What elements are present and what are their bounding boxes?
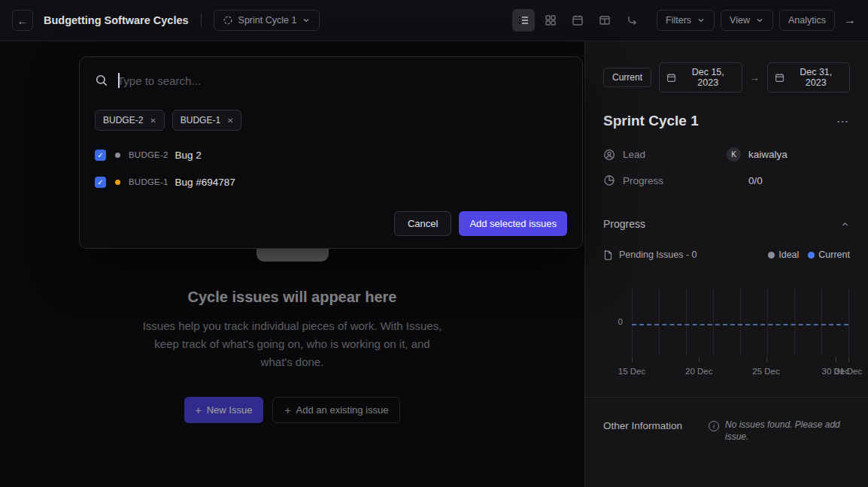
view-mode-gantt[interactable] (621, 9, 643, 32)
end-date-value: Dec 31, 2023 (790, 67, 842, 88)
progress-section-header[interactable]: Progress (603, 218, 850, 230)
cycle-selector-label: Sprint Cycle 1 (238, 15, 297, 26)
gantt-view-icon (626, 14, 638, 26)
progress-value: 0/0 (727, 175, 763, 186)
back-icon: ← (17, 14, 29, 27)
back-button[interactable]: ← (12, 10, 33, 31)
lead-avatar: K (727, 147, 741, 162)
x-axis-tick-label: 20 Dec (685, 367, 712, 376)
issue-title: Bug #694787 (175, 177, 235, 188)
document-icon (603, 250, 613, 260)
legend-ideal-dot (768, 252, 775, 259)
user-icon (603, 149, 615, 161)
progress-property-row: Progress 0/0 (603, 174, 850, 186)
date-range-arrow-icon: → (750, 72, 760, 83)
chip-label: BUDGE-1 (181, 115, 220, 126)
issue-title: Bug 2 (175, 150, 202, 161)
issue-row-budge-2[interactable]: ✓ BUDGE-2 Bug 2 (95, 141, 567, 168)
chevron-down-icon (755, 16, 764, 25)
legend-ideal-label: Ideal (778, 250, 799, 260)
analytics-label: Analytics (788, 15, 826, 26)
end-date-button[interactable]: Dec 31, 2023 (767, 62, 850, 92)
x-axis-tick-label: 31 Dec (835, 367, 862, 376)
view-button[interactable]: View (721, 10, 773, 31)
add-selected-issues-button[interactable]: Add selected issues (459, 211, 567, 236)
cycle-icon (223, 15, 233, 26)
chevron-up-icon (840, 219, 850, 229)
issue-id: BUDGE-1 (129, 177, 168, 186)
pie-chart-icon (603, 174, 615, 186)
app-root: ← Budgetting Software Cycles Sprint Cycl… (0, 0, 868, 487)
y-axis-tick-label: 0 (603, 317, 623, 326)
lead-value[interactable]: K kaiwalya (727, 147, 788, 162)
cycle-title: Sprint Cycle 1 (603, 113, 699, 129)
search-icon (95, 74, 108, 87)
calendar-icon (775, 73, 785, 83)
cycle-details-sidebar: Current Dec 15, 2023 → Dec 31, 2023 Spri… (584, 41, 868, 487)
issue-row-budge-1[interactable]: ✓ BUDGE-1 Bug #694787 (95, 168, 567, 195)
arrow-right-icon: → (844, 14, 856, 26)
close-icon[interactable]: ✕ (150, 116, 156, 125)
analytics-button[interactable]: Analytics (779, 10, 835, 31)
view-mode-spreadsheet[interactable] (593, 9, 616, 32)
text-caret (118, 73, 120, 88)
filters-label: Filters (666, 15, 691, 26)
checkbox-checked[interactable]: ✓ (95, 150, 106, 161)
page-title: Budgetting Software Cycles (44, 14, 189, 26)
filters-button[interactable]: Filters (657, 10, 715, 31)
add-issues-modal: BUDGE-2 ✕ BUDGE-1 ✕ ✓ BUDGE-2 Bug 2 ✓ BU… (79, 56, 583, 249)
view-mode-calendar[interactable] (566, 9, 589, 32)
progress-label: Progress (623, 175, 663, 186)
issue-state-dot (115, 180, 120, 185)
spreadsheet-view-icon (599, 14, 611, 26)
burndown-line (632, 324, 848, 325)
view-mode-list[interactable] (512, 9, 535, 32)
view-mode-kanban[interactable] (539, 9, 562, 32)
checkbox-checked[interactable]: ✓ (95, 177, 106, 188)
sidebar-divider (585, 397, 868, 398)
lead-property-row: Lead K kaiwalya (603, 147, 850, 162)
x-axis-tick-label: 15 Dec (618, 367, 645, 376)
cancel-button[interactable]: Cancel (394, 211, 451, 236)
lead-name: kaiwalya (748, 149, 788, 160)
calendar-icon (666, 73, 676, 83)
cycle-menu-button[interactable]: ⋯ (836, 114, 850, 129)
selected-issue-chips: BUDGE-2 ✕ BUDGE-1 ✕ (95, 110, 567, 131)
pending-issues-label: Pending Issues - 0 (619, 250, 697, 260)
cycle-status-badge[interactable]: Current (603, 68, 651, 87)
chip-budge-1[interactable]: BUDGE-1 ✕ (172, 110, 242, 131)
chip-label: BUDGE-2 (103, 115, 143, 126)
no-issues-message: No issues found. Please add issue. (725, 419, 850, 443)
chart-legend: Ideal Current (768, 250, 850, 260)
burndown-chart: 0 15 Dec (603, 286, 850, 391)
chart-plot-area: 15 Dec 20 Dec 25 Dec 30 Dec 31 Dec (632, 287, 848, 356)
issue-state-dot (115, 153, 120, 158)
progress-section-title: Progress (603, 218, 645, 230)
chevron-down-icon (697, 16, 706, 25)
legend-ideal: Ideal (768, 250, 799, 260)
lead-label: Lead (623, 149, 645, 160)
ellipsis-icon: ⋯ (836, 115, 850, 128)
close-icon[interactable]: ✕ (227, 116, 233, 125)
chevron-down-icon (302, 16, 311, 25)
cycle-selector-dropdown[interactable]: Sprint Cycle 1 (214, 10, 320, 31)
header-divider (201, 14, 202, 27)
other-information-title: Other Information (603, 419, 709, 443)
start-date-value: Dec 15, 2023 (681, 67, 734, 88)
calendar-view-icon (572, 14, 584, 26)
legend-current-dot (808, 252, 815, 259)
top-header: ← Budgetting Software Cycles Sprint Cycl… (0, 0, 868, 41)
search-input[interactable] (117, 74, 567, 87)
pending-issues-label-row: Pending Issues - 0 (603, 250, 697, 260)
start-date-button[interactable]: Dec 15, 2023 (659, 62, 742, 92)
panel-toggle-button[interactable]: → (844, 14, 856, 27)
list-view-icon (517, 14, 530, 26)
legend-current: Current (808, 250, 850, 260)
view-label: View (730, 15, 750, 26)
view-mode-switcher (512, 9, 643, 32)
issue-search-results: ✓ BUDGE-2 Bug 2 ✓ BUDGE-1 Bug #694787 (95, 141, 567, 195)
kanban-view-icon (545, 14, 557, 26)
chip-budge-2[interactable]: BUDGE-2 ✕ (95, 110, 165, 131)
x-axis-tick-label: 25 Dec (752, 367, 779, 376)
legend-current-label: Current (818, 250, 850, 260)
